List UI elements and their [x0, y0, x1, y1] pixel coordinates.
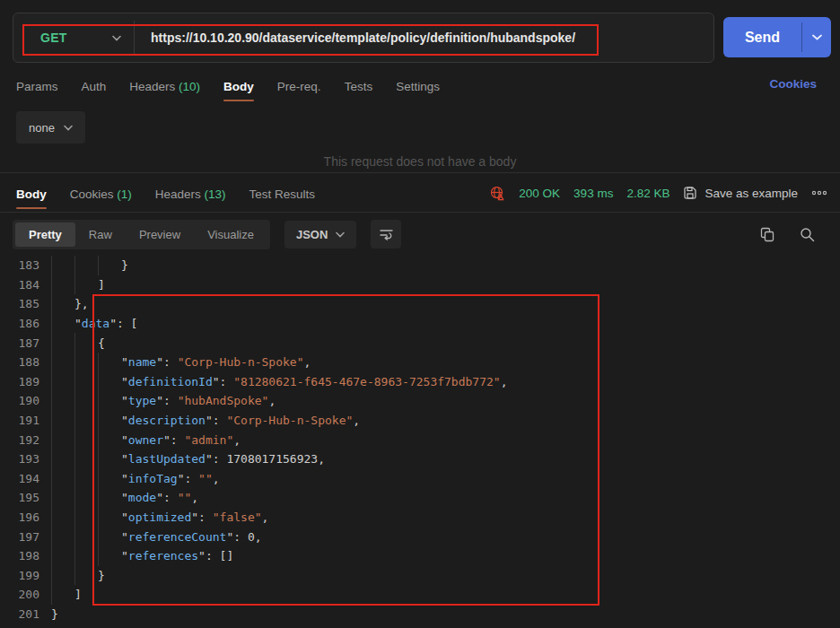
body-type-label: none [29, 121, 55, 135]
indent-guide [51, 294, 74, 314]
line-number: 201 [0, 607, 39, 621]
save-as-example-button[interactable]: Save as example [683, 186, 798, 200]
indent-guide [98, 372, 121, 392]
send-button[interactable]: Send [723, 17, 831, 57]
indent-guide [98, 469, 121, 489]
tab-headers[interactable]: Headers (13) [155, 188, 226, 201]
send-label[interactable]: Send [723, 17, 801, 57]
code-line: 198"references": [] [0, 546, 840, 566]
request-url-bar: GET https://10.10.20.90/dataservice/temp… [13, 13, 714, 63]
line-number: 189 [0, 375, 39, 388]
copy-icon[interactable] [760, 227, 774, 242]
indent-guide [74, 256, 98, 275]
indent-guide [98, 256, 121, 275]
code-line: 197"referenceCount": 0, [0, 527, 840, 546]
section-divider [0, 212, 840, 213]
code-line: 191"description": "Corp-Hub-n-Spoke", [0, 411, 840, 431]
view-tab-pretty[interactable]: Pretty [15, 222, 75, 247]
indent-guide [74, 333, 98, 353]
indent-guide [98, 527, 121, 546]
code-line: 188"name": "Corp-Hub-n-Spoke", [0, 353, 840, 372]
indent-guide [74, 469, 98, 489]
method-label: GET [40, 31, 67, 45]
response-view-toolbar: PrettyRawPreviewVisualize JSON [13, 219, 827, 249]
indent-guide [74, 527, 98, 546]
code-line: 185}, [0, 294, 840, 314]
code-line: 192"owner": "admin", [0, 430, 840, 449]
line-number: 194 [0, 472, 39, 485]
indent-guide [74, 430, 98, 449]
cookies-link[interactable]: Cookies [769, 77, 817, 91]
tab-test-results[interactable]: Test Results [249, 188, 316, 201]
indent-guide [98, 508, 121, 528]
indent-guide [98, 449, 121, 469]
indent-guide [51, 508, 74, 528]
indent-guide [98, 546, 121, 566]
line-number: 200 [0, 588, 39, 601]
line-number: 193 [0, 452, 39, 466]
status-code: 200 OK [519, 187, 560, 200]
line-number: 196 [0, 510, 39, 524]
tab-auth[interactable]: Auth [82, 80, 107, 93]
response-meta: 200 OK 393 ms 2.82 KB Save as example [488, 179, 827, 206]
indent-guide [51, 449, 74, 469]
code-line: 200] [0, 585, 840, 605]
indent-guide [51, 527, 74, 546]
view-tab-raw[interactable]: Raw [75, 222, 126, 247]
chevron-down-icon [812, 34, 822, 40]
tab-pre-req-[interactable]: Pre-req. [277, 80, 321, 93]
indent-guide [98, 353, 121, 372]
code-line: 199} [0, 566, 840, 586]
format-select[interactable]: JSON [284, 221, 356, 249]
view-tab-preview[interactable]: Preview [126, 222, 194, 247]
code-line: 189"definitionId": "81280621-f645-467e-8… [0, 372, 840, 392]
tab-headers[interactable]: Headers (10) [129, 80, 200, 93]
line-number: 186 [0, 317, 39, 330]
indent-guide [51, 488, 74, 508]
tab-tests[interactable]: Tests [345, 80, 373, 93]
code-line: 186"data": [ [0, 314, 840, 334]
indent-guide [74, 566, 98, 586]
indent-guide [51, 372, 74, 392]
body-type-select[interactable]: none [16, 111, 85, 144]
code-line: 184] [0, 275, 840, 295]
wrap-text-icon [379, 228, 394, 240]
tab-params[interactable]: Params [16, 80, 58, 93]
indent-guide [98, 488, 121, 508]
more-actions-button[interactable] [811, 190, 827, 196]
code-line: 183} [0, 256, 840, 275]
send-options-button[interactable] [802, 17, 831, 57]
response-size: 2.82 KB [626, 187, 669, 200]
url-input[interactable]: https://10.10.20.90/dataservice/template… [151, 31, 575, 45]
code-line: 187{ [0, 333, 840, 353]
indent-guide [51, 275, 74, 295]
view-tab-visualize[interactable]: Visualize [194, 222, 267, 247]
postman-window: GET https://10.10.20.90/dataservice/temp… [0, 0, 840, 628]
tab-settings[interactable]: Settings [396, 80, 440, 93]
chevron-down-icon [112, 35, 121, 41]
search-icon[interactable] [800, 227, 815, 242]
line-number: 197 [0, 530, 39, 544]
indent-guide [74, 546, 98, 566]
code-line: 196"optimized": "false", [0, 508, 840, 528]
tab-cookies[interactable]: Cookies (1) [70, 188, 132, 201]
tab-body[interactable]: Body [223, 80, 254, 93]
tab-body[interactable]: Body [16, 188, 47, 201]
code-line: 194"infoTag": "", [0, 469, 840, 489]
format-label: JSON [296, 228, 328, 241]
wrap-text-button[interactable] [371, 220, 401, 249]
line-number: 198 [0, 549, 39, 563]
indent-guide [74, 275, 98, 295]
line-number: 199 [0, 569, 39, 582]
section-divider [0, 172, 840, 173]
indent-guide [51, 256, 74, 275]
indent-guide [51, 585, 74, 605]
line-number: 187 [0, 336, 39, 350]
globe-warning-icon[interactable] [488, 186, 505, 201]
method-select[interactable]: GET [13, 31, 134, 45]
indent-guide [74, 411, 98, 431]
indent-guide [51, 333, 74, 353]
indent-guide [74, 372, 98, 392]
indent-guide [74, 508, 98, 528]
indent-guide [51, 411, 74, 431]
